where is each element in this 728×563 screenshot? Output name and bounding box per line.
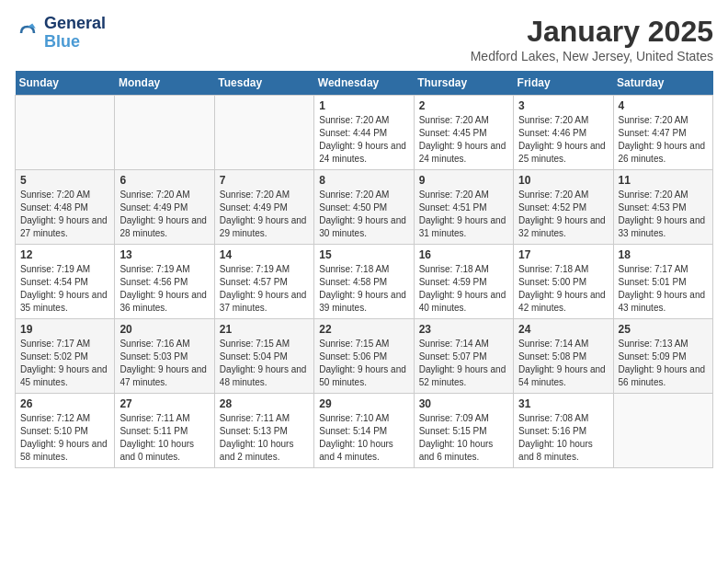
calendar-cell: 18Sunrise: 7:17 AMSunset: 5:01 PMDayligh… xyxy=(613,245,712,319)
calendar-cell: 3Sunrise: 7:20 AMSunset: 4:46 PMDaylight… xyxy=(514,96,613,170)
day-info: Sunrise: 7:11 AMSunset: 5:11 PMDaylight:… xyxy=(119,412,209,464)
calendar-week-2: 5Sunrise: 7:20 AMSunset: 4:48 PMDaylight… xyxy=(16,170,713,245)
day-number: 9 xyxy=(419,174,508,187)
day-info: Sunrise: 7:20 AMSunset: 4:49 PMDaylight:… xyxy=(119,189,209,240)
day-number: 4 xyxy=(619,99,708,112)
calendar-cell: 5Sunrise: 7:20 AMSunset: 4:48 PMDaylight… xyxy=(16,170,115,245)
day-header-friday: Friday xyxy=(514,71,613,96)
calendar-cell: 6Sunrise: 7:20 AMSunset: 4:49 PMDaylight… xyxy=(115,170,214,245)
day-header-wednesday: Wednesday xyxy=(314,71,414,96)
day-number: 26 xyxy=(20,397,109,410)
calendar-cell: 29Sunrise: 7:10 AMSunset: 5:14 PMDayligh… xyxy=(314,394,414,468)
calendar-cell: 30Sunrise: 7:09 AMSunset: 5:15 PMDayligh… xyxy=(414,394,513,468)
day-info: Sunrise: 7:14 AMSunset: 5:08 PMDaylight:… xyxy=(518,338,608,389)
day-number: 22 xyxy=(319,323,408,336)
calendar-cell: 13Sunrise: 7:19 AMSunset: 4:56 PMDayligh… xyxy=(115,245,214,319)
calendar-cell: 1Sunrise: 7:20 AMSunset: 4:44 PMDaylight… xyxy=(314,96,414,170)
calendar-cell: 17Sunrise: 7:18 AMSunset: 5:00 PMDayligh… xyxy=(514,245,613,319)
day-info: Sunrise: 7:20 AMSunset: 4:49 PMDaylight:… xyxy=(220,189,309,240)
title-area: January 2025 Medford Lakes, New Jersey, … xyxy=(471,15,713,63)
day-info: Sunrise: 7:15 AMSunset: 5:04 PMDaylight:… xyxy=(220,338,309,389)
calendar-week-4: 19Sunrise: 7:17 AMSunset: 5:02 PMDayligh… xyxy=(16,319,713,394)
logo-text: General Blue xyxy=(44,15,106,52)
day-info: Sunrise: 7:12 AMSunset: 5:10 PMDaylight:… xyxy=(20,412,109,464)
day-number: 21 xyxy=(220,323,309,336)
calendar-cell: 25Sunrise: 7:13 AMSunset: 5:09 PMDayligh… xyxy=(613,319,712,394)
calendar-cell: 12Sunrise: 7:19 AMSunset: 4:54 PMDayligh… xyxy=(16,245,115,319)
day-info: Sunrise: 7:20 AMSunset: 4:50 PMDaylight:… xyxy=(319,189,408,240)
calendar-cell: 22Sunrise: 7:15 AMSunset: 5:06 PMDayligh… xyxy=(314,319,414,394)
day-number: 1 xyxy=(319,99,408,112)
day-info: Sunrise: 7:11 AMSunset: 5:13 PMDaylight:… xyxy=(220,412,309,464)
day-number: 14 xyxy=(220,248,309,261)
day-info: Sunrise: 7:17 AMSunset: 5:01 PMDaylight:… xyxy=(619,263,708,315)
logo-icon xyxy=(15,20,40,46)
day-number: 20 xyxy=(119,323,209,336)
calendar-header-row: SundayMondayTuesdayWednesdayThursdayFrid… xyxy=(16,71,713,96)
calendar-cell: 2Sunrise: 7:20 AMSunset: 4:45 PMDaylight… xyxy=(414,96,513,170)
calendar-cell: 19Sunrise: 7:17 AMSunset: 5:02 PMDayligh… xyxy=(16,319,115,394)
day-number: 19 xyxy=(20,323,109,336)
day-number: 7 xyxy=(220,174,309,187)
day-info: Sunrise: 7:13 AMSunset: 5:09 PMDaylight:… xyxy=(619,338,708,389)
calendar-cell: 27Sunrise: 7:11 AMSunset: 5:11 PMDayligh… xyxy=(115,394,214,468)
day-header-thursday: Thursday xyxy=(414,71,513,96)
calendar-cell: 16Sunrise: 7:18 AMSunset: 4:59 PMDayligh… xyxy=(414,245,513,319)
day-info: Sunrise: 7:09 AMSunset: 5:15 PMDaylight:… xyxy=(419,412,508,464)
day-info: Sunrise: 7:20 AMSunset: 4:52 PMDaylight:… xyxy=(518,189,608,240)
calendar-cell: 20Sunrise: 7:16 AMSunset: 5:03 PMDayligh… xyxy=(115,319,214,394)
calendar-cell: 14Sunrise: 7:19 AMSunset: 4:57 PMDayligh… xyxy=(214,245,313,319)
day-header-saturday: Saturday xyxy=(613,71,712,96)
calendar-cell: 28Sunrise: 7:11 AMSunset: 5:13 PMDayligh… xyxy=(214,394,313,468)
calendar-cell: 31Sunrise: 7:08 AMSunset: 5:16 PMDayligh… xyxy=(514,394,613,468)
day-header-tuesday: Tuesday xyxy=(214,71,313,96)
day-header-monday: Monday xyxy=(115,71,214,96)
day-info: Sunrise: 7:20 AMSunset: 4:46 PMDaylight:… xyxy=(518,114,608,166)
day-info: Sunrise: 7:20 AMSunset: 4:44 PMDaylight:… xyxy=(319,114,408,166)
day-info: Sunrise: 7:17 AMSunset: 5:02 PMDaylight:… xyxy=(20,338,109,389)
calendar-cell: 23Sunrise: 7:14 AMSunset: 5:07 PMDayligh… xyxy=(414,319,513,394)
day-info: Sunrise: 7:18 AMSunset: 5:00 PMDaylight:… xyxy=(518,263,608,315)
day-info: Sunrise: 7:16 AMSunset: 5:03 PMDaylight:… xyxy=(119,338,209,389)
day-number: 23 xyxy=(419,323,508,336)
calendar-week-3: 12Sunrise: 7:19 AMSunset: 4:54 PMDayligh… xyxy=(16,245,713,319)
calendar-cell: 11Sunrise: 7:20 AMSunset: 4:53 PMDayligh… xyxy=(613,170,712,245)
day-info: Sunrise: 7:19 AMSunset: 4:56 PMDaylight:… xyxy=(119,263,209,315)
day-info: Sunrise: 7:20 AMSunset: 4:47 PMDaylight:… xyxy=(619,114,708,166)
day-number: 17 xyxy=(518,248,608,261)
day-number: 6 xyxy=(119,174,209,187)
calendar-week-5: 26Sunrise: 7:12 AMSunset: 5:10 PMDayligh… xyxy=(16,394,713,468)
day-number: 25 xyxy=(619,323,708,336)
calendar-table: SundayMondayTuesdayWednesdayThursdayFrid… xyxy=(15,71,713,468)
day-number: 12 xyxy=(20,248,109,261)
day-info: Sunrise: 7:19 AMSunset: 4:54 PMDaylight:… xyxy=(20,263,109,315)
day-info: Sunrise: 7:20 AMSunset: 4:51 PMDaylight:… xyxy=(419,189,508,240)
day-number: 2 xyxy=(419,99,508,112)
day-number: 15 xyxy=(319,248,408,261)
day-info: Sunrise: 7:20 AMSunset: 4:53 PMDaylight:… xyxy=(619,189,708,240)
day-info: Sunrise: 7:20 AMSunset: 4:45 PMDaylight:… xyxy=(419,114,508,166)
day-number: 29 xyxy=(319,397,408,410)
day-number: 28 xyxy=(220,397,309,410)
day-info: Sunrise: 7:15 AMSunset: 5:06 PMDaylight:… xyxy=(319,338,408,389)
calendar-week-1: 1Sunrise: 7:20 AMSunset: 4:44 PMDaylight… xyxy=(16,96,713,170)
day-info: Sunrise: 7:19 AMSunset: 4:57 PMDaylight:… xyxy=(220,263,309,315)
calendar-title: January 2025 xyxy=(471,15,713,49)
day-number: 16 xyxy=(419,248,508,261)
day-number: 27 xyxy=(119,397,209,410)
day-info: Sunrise: 7:08 AMSunset: 5:16 PMDaylight:… xyxy=(518,412,608,464)
calendar-cell: 24Sunrise: 7:14 AMSunset: 5:08 PMDayligh… xyxy=(514,319,613,394)
calendar-cell xyxy=(214,96,313,170)
calendar-cell: 8Sunrise: 7:20 AMSunset: 4:50 PMDaylight… xyxy=(314,170,414,245)
day-number: 11 xyxy=(619,174,708,187)
day-number: 13 xyxy=(119,248,209,261)
page-header: General Blue January 2025 Medford Lakes,… xyxy=(15,15,713,63)
day-info: Sunrise: 7:10 AMSunset: 5:14 PMDaylight:… xyxy=(319,412,408,464)
calendar-cell: 21Sunrise: 7:15 AMSunset: 5:04 PMDayligh… xyxy=(214,319,313,394)
calendar-subtitle: Medford Lakes, New Jersey, United States xyxy=(471,49,713,63)
calendar-cell xyxy=(613,394,712,468)
day-info: Sunrise: 7:20 AMSunset: 4:48 PMDaylight:… xyxy=(20,189,109,240)
calendar-cell: 10Sunrise: 7:20 AMSunset: 4:52 PMDayligh… xyxy=(514,170,613,245)
day-number: 18 xyxy=(619,248,708,261)
day-number: 24 xyxy=(518,323,608,336)
